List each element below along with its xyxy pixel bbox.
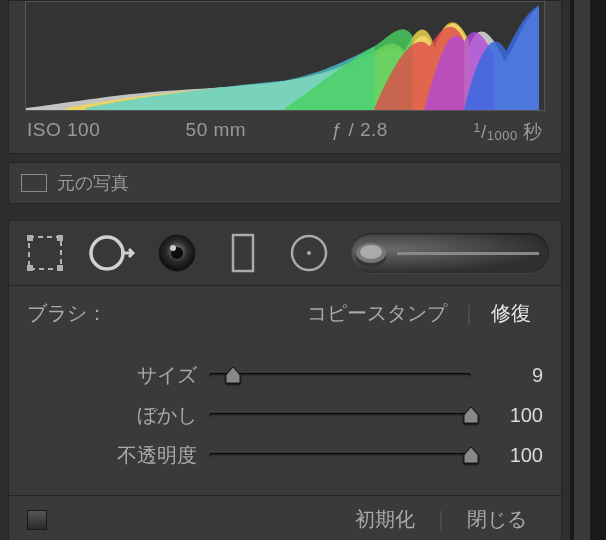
- size-thumb[interactable]: [224, 365, 242, 385]
- svg-point-8: [170, 245, 176, 251]
- exif-shutter: 1/1000 秒: [473, 119, 543, 145]
- panel-switch[interactable]: [27, 510, 47, 530]
- slider-opacity: 不透明度 100: [27, 435, 543, 475]
- slider-size: サイズ 9: [27, 355, 543, 395]
- mode-heal[interactable]: 修復: [479, 300, 543, 327]
- feather-value[interactable]: 100: [483, 404, 543, 427]
- feather-slider[interactable]: [209, 405, 471, 425]
- opacity-thumb[interactable]: [462, 445, 480, 465]
- svg-point-14: [360, 245, 382, 259]
- tool-strip: [8, 220, 562, 286]
- opacity-slider[interactable]: [209, 445, 471, 465]
- before-preview-label: 元の写真: [57, 171, 129, 195]
- histogram[interactable]: [25, 1, 545, 111]
- graduated-filter-tool[interactable]: [219, 229, 267, 277]
- brush-handle: [397, 252, 539, 255]
- size-label: サイズ: [27, 362, 197, 389]
- opacity-label: 不透明度: [27, 442, 197, 469]
- radial-filter-tool[interactable]: [285, 229, 333, 277]
- spot-removal-tool[interactable]: [87, 229, 135, 277]
- svg-rect-9: [233, 235, 253, 271]
- opacity-value[interactable]: 100: [483, 444, 543, 467]
- svg-rect-2: [57, 235, 63, 241]
- feather-label: ぼかし: [27, 402, 197, 429]
- svg-rect-0: [29, 237, 61, 269]
- crop-tool[interactable]: [21, 229, 69, 277]
- size-value[interactable]: 9: [483, 364, 543, 387]
- svg-point-11: [307, 251, 311, 255]
- histogram-panel: ISO 100 50 mm ƒ / 2.8 1/1000 秒: [8, 0, 562, 154]
- reset-button[interactable]: 初期化: [339, 506, 431, 533]
- svg-rect-1: [27, 235, 33, 241]
- before-preview-row[interactable]: 元の写真: [8, 162, 562, 204]
- exif-aperture: ƒ / 2.8: [332, 119, 388, 145]
- close-button[interactable]: 閉じる: [451, 506, 543, 533]
- slider-feather: ぼかし 100: [27, 395, 543, 435]
- brush-icon: [353, 235, 389, 271]
- brush-label: ブラシ：: [27, 300, 107, 327]
- svg-rect-4: [57, 265, 63, 271]
- right-gutter: [570, 0, 606, 540]
- exif-row: ISO 100 50 mm ƒ / 2.8 1/1000 秒: [9, 111, 561, 145]
- size-slider[interactable]: [209, 365, 471, 385]
- exif-iso: ISO 100: [27, 119, 100, 145]
- before-preview-toggle-icon: [21, 174, 47, 192]
- svg-rect-3: [27, 265, 33, 271]
- exif-focal: 50 mm: [186, 119, 247, 145]
- brush-options-panel: ブラシ： コピースタンプ ｜ 修復 サイズ 9 ぼかし: [8, 286, 562, 496]
- panel-footer: 初期化 ｜ 閉じる: [8, 496, 562, 540]
- svg-point-5: [91, 237, 123, 269]
- feather-thumb[interactable]: [462, 405, 480, 425]
- adjustment-brush-tool[interactable]: [351, 233, 549, 273]
- mode-clone[interactable]: コピースタンプ: [295, 300, 459, 327]
- redeye-tool[interactable]: [153, 229, 201, 277]
